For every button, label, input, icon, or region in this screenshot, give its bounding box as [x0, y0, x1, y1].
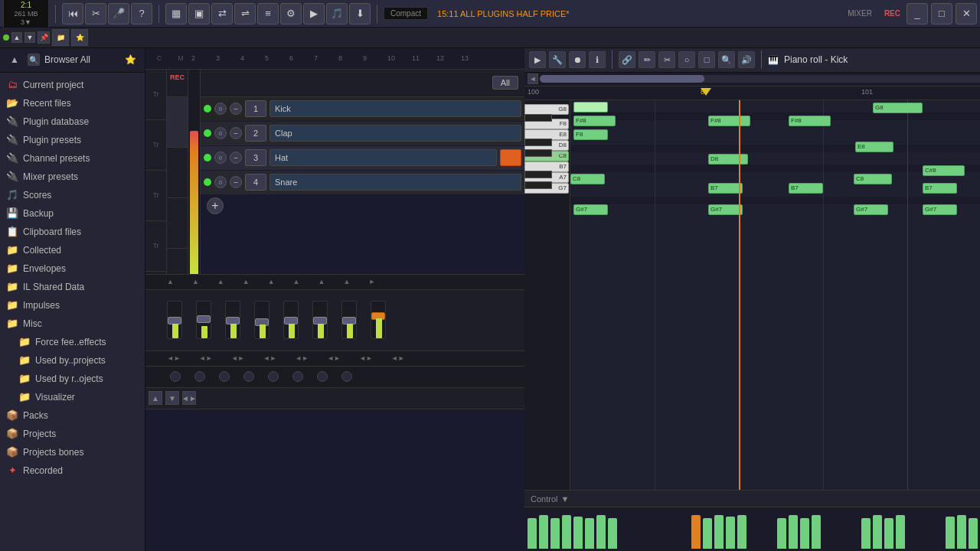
note-G#7-4[interactable]: G#7	[923, 204, 957, 215]
sidebar-item-clipboard-files[interactable]: 📋 Clipboard files	[0, 223, 145, 241]
vel-10[interactable]	[714, 515, 724, 549]
vel-16[interactable]	[812, 515, 821, 549]
ch-solo-clap[interactable]: –	[230, 127, 242, 139]
export-btn[interactable]: 🎵	[326, 3, 348, 24]
pr-zoom-btn[interactable]: 🔍	[718, 51, 735, 68]
pr-pencil-btn[interactable]: ✏	[639, 51, 655, 68]
vel-15[interactable]	[800, 518, 809, 549]
sidebar-item-current-project[interactable]: 🗂 Current project	[0, 76, 145, 94]
sidebar-item-recorded[interactable]: ✦ Recorded	[0, 461, 145, 480]
ctrl-down-btn[interactable]: ▼	[165, 391, 179, 405]
pr-scroll-left-btn[interactable]: ◄	[528, 73, 538, 84]
control-dropdown-icon[interactable]: ▼	[560, 494, 569, 504]
fader-lr-5[interactable]: ◄►	[295, 354, 309, 362]
fader-7[interactable]	[341, 301, 357, 339]
fader-lr-6[interactable]: ◄►	[327, 354, 341, 362]
note-C8-2[interactable]: C8	[854, 174, 892, 184]
fader-lr-1[interactable]: ◄►	[167, 354, 181, 362]
fader-4[interactable]	[254, 301, 270, 339]
knob-8[interactable]	[341, 371, 352, 382]
sidebar-item-plugin-presets[interactable]: 🔌 Plugin presets	[0, 131, 145, 149]
sidebar-item-force-fee-effects[interactable]: 📁 Force fee..effects	[0, 333, 145, 351]
mixer-btn[interactable]: ▦	[165, 3, 187, 24]
knob-2[interactable]	[194, 371, 205, 382]
pr-info-btn[interactable]: ℹ	[589, 51, 606, 68]
note-E8-1[interactable]: E8	[855, 142, 893, 152]
sidebar-item-used-by-projects[interactable]: 📁 Used by..projects	[0, 351, 145, 370]
pk-F#8-black[interactable]	[524, 114, 552, 122]
vel-19[interactable]	[884, 518, 893, 549]
ch-mute-hat[interactable]: ○	[214, 152, 227, 164]
note-F#8-3[interactable]: F#8	[789, 116, 831, 126]
fader-lr-8[interactable]: ◄►	[391, 354, 405, 362]
ch-mute-clap[interactable]: ○	[214, 127, 227, 139]
ch-num-3[interactable]: 3	[245, 149, 266, 166]
vel-6[interactable]	[585, 518, 594, 549]
ch-name-snare[interactable]: Snare	[270, 174, 521, 191]
fader-6[interactable]	[312, 301, 328, 339]
fader-up-8[interactable]: ▲	[343, 278, 350, 285]
vel-8[interactable]	[608, 518, 617, 549]
sidebar-item-plugin-database[interactable]: 🔌 Plugin database	[0, 112, 145, 131]
pr-magnet-btn[interactable]: 🔗	[619, 51, 635, 68]
add-channel-btn[interactable]: +	[207, 197, 224, 214]
sidebar-item-recent-files[interactable]: 📂 Recent files	[0, 94, 145, 112]
piano-btn[interactable]: ⇄	[211, 3, 233, 24]
sidebar-item-packs[interactable]: 📦 Packs	[0, 406, 145, 425]
channel-btn[interactable]: ▣	[188, 3, 210, 24]
vel-13[interactable]	[777, 518, 786, 549]
sidebar-item-used-by-r-ojects[interactable]: 📁 Used by r..ojects	[0, 370, 145, 388]
fader-up-5[interactable]: ▲	[268, 278, 275, 285]
note-F8-1[interactable]: F8	[573, 129, 608, 140]
pk-C#8-black[interactable]	[524, 149, 552, 157]
fader-up-2[interactable]: ▲	[192, 278, 199, 285]
vel-21[interactable]	[946, 517, 955, 549]
pk-A#7-black[interactable]	[524, 171, 552, 178]
fader-up-7[interactable]: ▲	[318, 278, 325, 285]
min-btn[interactable]: _	[906, 3, 928, 24]
ch-solo-kick[interactable]: –	[230, 103, 242, 115]
download-btn[interactable]: ⬇	[349, 3, 371, 24]
plugin-btn[interactable]: ≡	[257, 3, 279, 24]
rewind-btn[interactable]: ⏮	[62, 3, 83, 24]
note-F#8-2[interactable]: F#8	[708, 116, 750, 126]
fader-up-3[interactable]: ▲	[217, 278, 224, 285]
knob-5[interactable]	[268, 371, 279, 382]
ch-mute-kick[interactable]: ○	[214, 103, 227, 115]
ch-num-1[interactable]: 1	[245, 100, 266, 117]
ch-solo-snare[interactable]: –	[230, 176, 242, 188]
vel-2[interactable]	[539, 515, 548, 549]
sidebar-item-envelopes[interactable]: 📁 Envelopes	[0, 259, 145, 278]
stop-btn[interactable]: ✂	[85, 3, 106, 24]
close-btn[interactable]: ✕	[956, 3, 977, 24]
fader-3[interactable]	[225, 301, 240, 339]
vel-17[interactable]	[861, 518, 871, 549]
vel-20[interactable]	[896, 515, 905, 549]
fader-5[interactable]	[283, 301, 299, 339]
pr-sel-btn[interactable]: □	[698, 51, 715, 68]
vel-7[interactable]	[596, 515, 606, 549]
fader-up-1[interactable]: ▲	[167, 278, 174, 285]
note-G#7-2[interactable]: G#7	[708, 204, 743, 215]
ch-solo-hat[interactable]: –	[230, 152, 242, 164]
fader-up-6[interactable]: ▲	[293, 278, 300, 285]
note-G#7-3[interactable]: G#7	[854, 204, 888, 215]
pr-grid[interactable]: F#8 F#8 F#8 F8 F8 E8 D8 C#8	[570, 100, 980, 490]
sidebar-item-impulses[interactable]: 📁 Impulses	[0, 296, 145, 315]
sidebar-search-icon[interactable]: 🔍	[28, 54, 40, 66]
ch-name-hat[interactable]: Hat	[270, 149, 497, 166]
vel-12[interactable]	[737, 515, 746, 549]
fader-2[interactable]	[196, 301, 211, 339]
sidebar-item-projects[interactable]: 📦 Projects	[0, 425, 145, 443]
fader-1[interactable]	[167, 301, 182, 339]
knob-7[interactable]	[317, 371, 328, 382]
vel-18[interactable]	[873, 515, 882, 549]
sidebar-item-projects-bones[interactable]: 📦 Projects bones	[0, 443, 145, 461]
help-btn[interactable]: ?	[131, 3, 152, 24]
pk-G8[interactable]: G8	[524, 104, 569, 115]
vel-11[interactable]	[726, 517, 735, 549]
knob-6[interactable]	[292, 371, 303, 382]
pk-G#7-black[interactable]	[524, 181, 552, 189]
fader-lr-2[interactable]: ◄►	[199, 354, 213, 362]
note-B7-1[interactable]: B7	[708, 183, 743, 194]
